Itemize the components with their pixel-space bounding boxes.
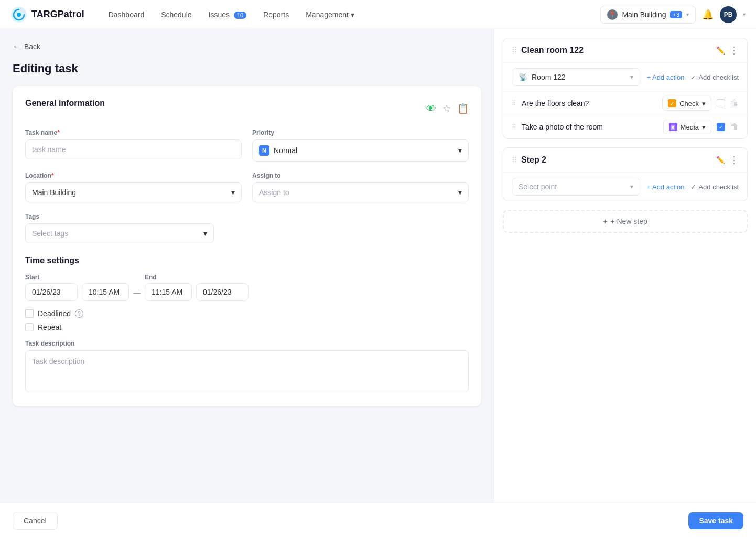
action1-type-button[interactable]: ✓ Check ▾ [662,96,711,111]
general-info-title: General information [25,99,105,108]
tags-select[interactable]: Select tags ▾ [25,223,214,243]
location-chevron-icon: ▾ [686,12,689,17]
deadlined-row[interactable]: Deadlined ? [25,309,469,318]
step2-point-placeholder: Select point [519,182,626,191]
step2-drag-handle[interactable]: ⠿ [512,156,517,164]
task-description-label: Task description [25,340,469,347]
step1-drag-handle[interactable]: ⠿ [512,46,517,55]
end-date-input[interactable] [196,283,249,301]
action1-checkbox[interactable] [717,99,725,107]
priority-label: Priority [252,129,469,136]
deadlined-help-icon[interactable]: ? [75,309,83,318]
nav-reports[interactable]: Reports [256,6,296,23]
priority-value: Normal [274,146,297,155]
main-layout: ← Back Editing task General information … [0,29,756,538]
cancel-button[interactable]: Cancel [13,512,58,530]
step2-title: Step 2 [521,155,712,165]
action2-delete-icon[interactable]: 🗑 [730,122,739,132]
new-step-label: + New step [610,217,647,225]
nav-dashboard[interactable]: Dashboard [101,6,152,23]
avatar-chevron-icon: ▾ [743,12,746,17]
step2-more-icon[interactable]: ⋮ [729,154,739,166]
step2-point-selector[interactable]: Select point ▾ [512,178,640,196]
step2-add-action-button[interactable]: + Add action [646,183,684,191]
nav-management[interactable]: Management ▾ [298,6,362,23]
assign-to-group: Assign to Assign to ▾ [252,172,469,202]
user-avatar[interactable]: PB [720,6,737,23]
assign-to-chevron-icon: ▾ [458,188,462,197]
task-name-input[interactable] [25,139,242,159]
action2-type-button[interactable]: ▣ Media ▾ [663,120,711,134]
location-label: Location* [25,172,242,179]
time-dash: — [133,288,141,297]
priority-select[interactable]: N Normal ▾ [252,139,469,162]
footer-bar: Cancel Save task [0,503,756,538]
location-value: Main Building [32,188,76,197]
assign-to-select[interactable]: Assign to ▾ [252,182,469,202]
point-signal-icon: 📡 [519,73,527,81]
logo[interactable]: TARGPatrol [10,6,84,23]
nav-schedule[interactable]: Schedule [154,6,199,23]
step2-add-checklist-button[interactable]: ✓ Add checklist [690,183,739,191]
action1-delete-icon[interactable]: 🗑 [730,99,739,108]
step1-header: ⠿ Clean room 122 ✏️ ⋮ [503,38,747,62]
action2-checkbox[interactable]: ✓ [717,123,725,131]
step2-card: ⠿ Step 2 ✏️ ⋮ Select point ▾ + Add actio… [503,147,748,201]
repeat-row[interactable]: Repeat [25,323,469,331]
tags-group: Tags Select tags ▾ [25,213,469,243]
step1-add-checklist-button[interactable]: ✓ Add checklist [690,73,739,81]
deadlined-checkbox[interactable] [25,309,34,318]
clipboard-icon[interactable]: 📋 [457,103,469,114]
start-inputs [25,283,129,301]
step1-point-label: Room 122 [532,73,626,81]
new-step-button[interactable]: + + New step [503,210,748,233]
action1-check-icon: ✓ [668,99,676,107]
start-date-input[interactable] [25,283,78,301]
general-info-card: General information 👁 ☆ 📋 Task name* [13,86,481,406]
step2-header: ⠿ Step 2 ✏️ ⋮ [503,148,747,172]
management-chevron-icon: ▾ [351,10,354,19]
location-group: Location* Main Building ▾ [25,172,242,202]
end-inputs [145,283,249,301]
svg-point-1 [17,13,21,17]
step1-title: Clean room 122 [521,46,712,55]
location-selector[interactable]: 📍 Main Building +3 ▾ [600,6,696,24]
logo-text: TARGPatrol [31,9,84,20]
step1-checklist-icon: ✓ [690,73,696,81]
back-label: Back [24,42,40,51]
action2-media-icon: ▣ [669,123,677,131]
action2-text: Take a photo of the room [522,123,658,131]
location-icon: 📍 [607,9,618,20]
repeat-checkbox[interactable] [25,323,34,331]
step2-checklist-icon: ✓ [690,183,696,191]
step1-more-icon[interactable]: ⋮ [729,45,739,56]
tags-label: Tags [25,213,469,220]
time-settings-title: Time settings [25,256,469,265]
step1-edit-icon[interactable]: ✏️ [716,46,725,55]
tags-placeholder: Select tags [32,229,68,238]
step1-add-action-button[interactable]: + Add action [646,73,684,81]
step1-point-selector[interactable]: 📡 Room 122 ▾ [512,68,640,86]
action2-drag-icon[interactable]: ⠿ [512,123,516,131]
issues-badge: 10 [234,12,246,19]
visibility-icon[interactable]: 👁 [426,103,436,115]
header: TARGPatrol Dashboard Schedule Issues 10 … [0,0,756,29]
notification-bell-icon[interactable]: 🔔 [702,9,714,20]
start-time-input[interactable] [82,283,129,301]
location-plus-badge: +3 [670,11,682,18]
back-arrow-icon: ← [13,42,21,51]
task-description-input[interactable] [25,350,469,392]
step1-point-row: 📡 Room 122 ▾ + Add action ✓ Add checklis… [503,62,747,91]
task-name-group: Task name* [25,129,242,162]
action1-drag-icon[interactable]: ⠿ [512,100,516,107]
start-label: Start [25,274,129,281]
star-icon[interactable]: ☆ [442,103,451,114]
save-task-button[interactable]: Save task [688,512,743,529]
back-button[interactable]: ← Back [13,42,481,51]
nav-issues[interactable]: Issues 10 [201,6,254,23]
end-time-input[interactable] [145,283,192,301]
step1-card: ⠿ Clean room 122 ✏️ ⋮ 📡 Room 122 ▾ + Add… [503,38,748,139]
location-select[interactable]: Main Building ▾ [25,182,242,202]
section-header: General information 👁 ☆ 📋 [25,99,469,119]
step2-edit-icon[interactable]: ✏️ [716,156,725,164]
